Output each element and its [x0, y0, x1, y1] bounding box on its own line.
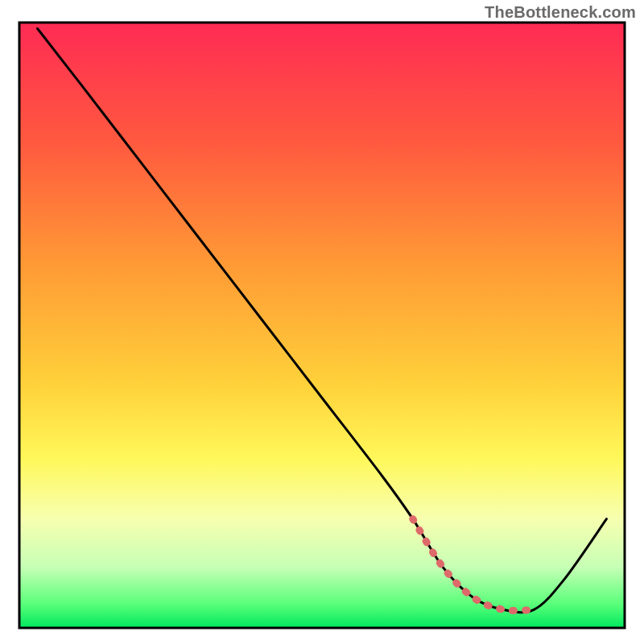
- chart-stage: TheBottleneck.com: [0, 0, 644, 644]
- chart-svg: [0, 0, 644, 644]
- gradient-background: [19, 23, 625, 628]
- watermark-text: TheBottleneck.com: [485, 3, 636, 22]
